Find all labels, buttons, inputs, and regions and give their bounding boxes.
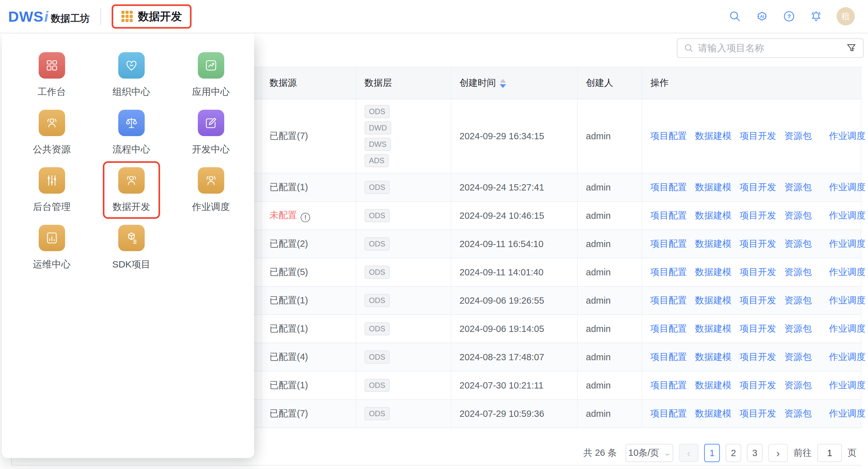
page-button-3[interactable]: 3 [747, 444, 763, 462]
launcher-app-label: 数据开发 [113, 201, 150, 213]
action-link-资源包[interactable]: 资源包 [784, 379, 821, 392]
app-icon [198, 52, 224, 78]
layer-tag-ADS: ADS [365, 154, 389, 167]
action-link-数据建模[interactable]: 数据建模 [695, 209, 732, 222]
info-icon[interactable]: ! [301, 213, 310, 222]
launcher-app-工作台[interactable]: 工作台 [28, 46, 76, 104]
column-header-created[interactable]: 创建时间 [451, 67, 578, 99]
action-link-数据建模[interactable]: 数据建模 [695, 266, 732, 278]
launcher-app-作业调度[interactable]: 作业调度 [182, 161, 240, 219]
action-link-资源包[interactable]: 资源包 [784, 351, 821, 363]
action-link-项目配置[interactable]: 项目配置 [650, 181, 687, 194]
prev-page-button[interactable]: ‹ [679, 444, 699, 462]
card-bottom-border [11, 465, 861, 466]
bell-icon[interactable] [809, 10, 823, 23]
launcher-item-工作台: 工作台 [12, 46, 92, 104]
action-link-项目开发[interactable]: 项目开发 [740, 209, 776, 222]
sort-desc-icon[interactable] [500, 84, 506, 88]
launcher-app-应用中心[interactable]: 应用中心 [182, 46, 240, 104]
next-page-button[interactable]: › [768, 444, 788, 462]
action-link-作业调度[interactable]: 作业调度 [829, 351, 866, 363]
action-link-作业调度[interactable]: 作业调度 [829, 407, 866, 420]
action-link-项目开发[interactable]: 项目开发 [740, 407, 776, 420]
row-actions: 项目配置数据建模项目开发资源包作业调度 [650, 181, 861, 194]
action-link-作业调度[interactable]: 作业调度 [829, 323, 866, 335]
launcher-app-开发中心[interactable]: 开发中心 [182, 104, 240, 161]
project-search-input[interactable] [698, 43, 842, 54]
row-actions: 项目配置数据建模项目开发资源包作业调度 [650, 238, 861, 250]
layer-tag-ODS: ODS [365, 237, 390, 250]
creator-cell: admin [578, 315, 642, 343]
goto-page-input[interactable] [817, 444, 842, 462]
action-link-项目配置[interactable]: 项目配置 [650, 351, 687, 363]
action-link-资源包[interactable]: 资源包 [784, 407, 821, 420]
page-size-select[interactable]: 10条/页 ⌄ [625, 444, 673, 462]
help-icon[interactable]: ? [782, 10, 796, 23]
action-link-数据建模[interactable]: 数据建模 [695, 130, 732, 142]
action-link-项目开发[interactable]: 项目开发 [740, 266, 776, 278]
action-link-项目配置[interactable]: 项目配置 [650, 238, 687, 250]
action-link-项目配置[interactable]: 项目配置 [650, 266, 687, 278]
launcher-app-SDK项目[interactable]: SDK项目 [102, 219, 160, 276]
action-link-数据建模[interactable]: 数据建模 [695, 407, 732, 420]
people-icon [118, 167, 145, 194]
action-link-作业调度[interactable]: 作业调度 [829, 209, 866, 222]
action-link-项目开发[interactable]: 项目开发 [740, 294, 776, 307]
action-link-资源包[interactable]: 资源包 [784, 266, 821, 278]
action-link-作业调度[interactable]: 作业调度 [829, 379, 866, 392]
datasource-cell: 已配置(2) [261, 230, 356, 258]
page-button-2[interactable]: 2 [725, 444, 741, 462]
action-link-数据建模[interactable]: 数据建模 [695, 351, 732, 363]
app-switcher-button[interactable]: 数据开发 [112, 4, 191, 29]
page-button-1[interactable]: 1 [704, 444, 720, 462]
user-avatar[interactable]: 租 [837, 7, 855, 26]
action-link-数据建模[interactable]: 数据建模 [695, 238, 732, 250]
action-link-项目配置[interactable]: 项目配置 [650, 130, 687, 142]
launcher-app-运维中心[interactable]: 运维中心 [23, 219, 81, 276]
header-actions: AI ? 租 [728, 7, 868, 26]
action-link-资源包[interactable]: 资源包 [784, 238, 821, 250]
action-link-项目开发[interactable]: 项目开发 [740, 351, 776, 363]
action-link-项目开发[interactable]: 项目开发 [740, 181, 776, 194]
action-link-作业调度[interactable]: 作业调度 [829, 130, 866, 142]
launcher-app-组织中心[interactable]: 组织中心 [103, 46, 160, 104]
datasource-cell: 已配置(5) [261, 258, 356, 287]
filter-icon[interactable] [846, 43, 857, 54]
action-link-项目配置[interactable]: 项目配置 [650, 323, 687, 335]
sort-control[interactable] [500, 79, 506, 88]
action-link-数据建模[interactable]: 数据建模 [695, 181, 732, 194]
action-link-资源包[interactable]: 资源包 [784, 181, 821, 194]
search-icon[interactable] [728, 10, 742, 23]
action-link-资源包[interactable]: 资源包 [784, 209, 821, 222]
launcher-item-数据开发: 数据开发 [92, 161, 171, 219]
action-link-项目开发[interactable]: 项目开发 [740, 238, 776, 250]
action-link-作业调度[interactable]: 作业调度 [829, 181, 866, 194]
action-link-资源包[interactable]: 资源包 [784, 323, 821, 335]
datalayer-cell: ODS [356, 201, 451, 230]
action-link-项目开发[interactable]: 项目开发 [740, 379, 776, 392]
launcher-app-后台管理[interactable]: 后台管理 [23, 161, 81, 219]
launcher-app-流程中心[interactable]: 流程中心 [103, 104, 160, 161]
action-link-数据建模[interactable]: 数据建模 [695, 323, 732, 335]
datasource-status: 已配置(4) [270, 352, 308, 362]
action-link-作业调度[interactable]: 作业调度 [829, 294, 866, 307]
sort-asc-icon[interactable] [500, 79, 506, 83]
layer-tag-ODS: ODS [365, 379, 390, 392]
action-link-数据建模[interactable]: 数据建模 [695, 379, 732, 392]
action-link-项目配置[interactable]: 项目配置 [650, 379, 687, 392]
action-link-项目配置[interactable]: 项目配置 [650, 407, 687, 420]
action-link-数据建模[interactable]: 数据建模 [695, 294, 732, 307]
action-link-作业调度[interactable]: 作业调度 [829, 266, 866, 278]
action-link-项目配置[interactable]: 项目配置 [650, 294, 687, 307]
action-link-作业调度[interactable]: 作业调度 [829, 238, 866, 250]
action-link-项目开发[interactable]: 项目开发 [740, 130, 776, 142]
datasource-status: 已配置(7) [270, 131, 308, 141]
action-link-项目配置[interactable]: 项目配置 [650, 209, 687, 222]
launcher-app-数据开发[interactable]: 数据开发 [103, 161, 160, 219]
action-link-资源包[interactable]: 资源包 [784, 130, 821, 142]
action-link-项目开发[interactable]: 项目开发 [740, 323, 776, 335]
launcher-app-公共资源[interactable]: 公共资源 [23, 104, 81, 161]
ai-assistant-icon[interactable]: AI [755, 10, 769, 23]
action-link-资源包[interactable]: 资源包 [784, 294, 821, 307]
header-divider [100, 8, 101, 25]
